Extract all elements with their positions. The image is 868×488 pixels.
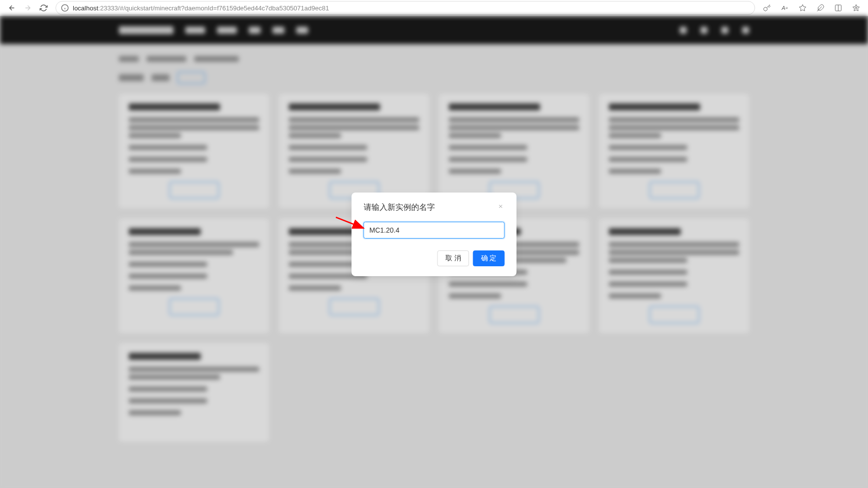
back-button[interactable] xyxy=(4,1,20,15)
refresh-button[interactable] xyxy=(36,1,52,15)
url-text: localhost:23333/#/quickstart/minecraft?d… xyxy=(73,4,329,12)
instance-name-input[interactable] xyxy=(364,222,505,239)
close-icon xyxy=(498,203,504,209)
new-instance-name-modal: 请输入新实例的名字 取 消 确 定 xyxy=(352,193,517,276)
collections-icon[interactable] xyxy=(848,1,864,15)
address-bar[interactable]: localhost:23333/#/quickstart/minecraft?d… xyxy=(55,1,755,15)
refresh-icon xyxy=(40,4,48,12)
confirm-button[interactable]: 确 定 xyxy=(473,250,505,266)
read-aloud-icon[interactable]: A» xyxy=(777,1,793,15)
modal-title: 请输入新实例的名字 xyxy=(364,202,435,213)
info-icon xyxy=(61,4,69,12)
svg-marker-3 xyxy=(799,4,806,11)
favorite-icon[interactable] xyxy=(795,1,811,15)
svg-line-4 xyxy=(817,6,821,11)
arrow-right-icon xyxy=(24,4,32,12)
cancel-button[interactable]: 取 消 xyxy=(437,250,469,266)
forward-button[interactable] xyxy=(20,1,36,15)
browser-toolbar: localhost:23333/#/quickstart/minecraft?d… xyxy=(0,0,868,16)
password-icon[interactable] xyxy=(759,1,775,15)
extensions-icon[interactable] xyxy=(813,1,828,15)
split-screen-icon[interactable] xyxy=(830,1,846,15)
modal-close-button[interactable] xyxy=(497,202,505,211)
arrow-left-icon xyxy=(8,4,16,12)
